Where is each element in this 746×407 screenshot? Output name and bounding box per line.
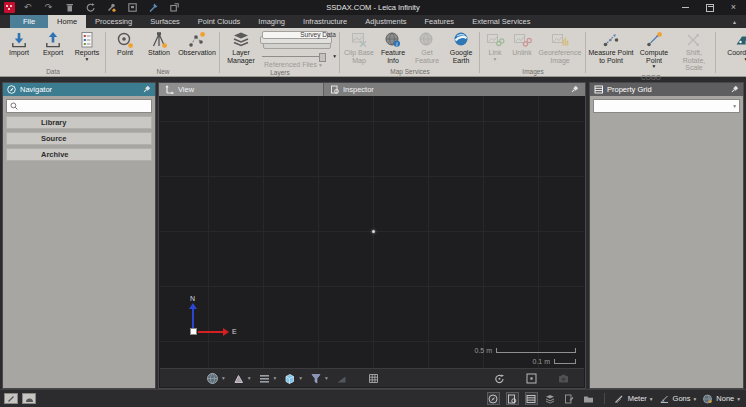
- leica-app-icon[interactable]: [4, 2, 15, 13]
- reports-button[interactable]: Reports: [70, 29, 104, 62]
- minimize-icon[interactable]: [682, 7, 689, 8]
- navigator-search-input[interactable]: [6, 99, 152, 113]
- unlink-image-button[interactable]: Unlink: [508, 29, 536, 58]
- tab-point-clouds[interactable]: Point Clouds: [189, 15, 250, 28]
- navigator-section-source[interactable]: Source: [6, 132, 152, 145]
- reset-orbit-button[interactable]: [493, 372, 506, 385]
- grid-toggle-button[interactable]: [367, 372, 380, 385]
- filter-button[interactable]: [309, 372, 328, 385]
- project-folder-icon[interactable]: [582, 392, 595, 405]
- dropdown-caret-icon[interactable]: [299, 376, 302, 380]
- ribbon-group-coordinates: Coordinates: [716, 28, 746, 76]
- station-icon: [149, 30, 169, 49]
- clip-base-map-button[interactable]: Clip Base Map: [342, 29, 376, 65]
- edit-toggle-button[interactable]: [4, 393, 18, 404]
- slider-handle[interactable]: [319, 53, 326, 62]
- feature-info-button[interactable]: i Feature Info: [376, 29, 410, 65]
- sync-icon[interactable]: [85, 2, 96, 13]
- group-label-images: Images: [482, 67, 584, 76]
- tab-features[interactable]: Features: [416, 15, 464, 28]
- home-toggle-button[interactable]: [22, 393, 36, 404]
- layer-preview-slider[interactable]: [260, 53, 338, 60]
- new-station-button[interactable]: Station: [142, 29, 176, 58]
- dropdown-caret-icon[interactable]: [325, 376, 328, 380]
- tab-surfaces[interactable]: Surfaces: [141, 15, 189, 28]
- survey-point-marker[interactable]: [372, 230, 375, 233]
- dropdown-caret-icon[interactable]: [274, 376, 277, 380]
- import-button[interactable]: Import: [2, 29, 36, 58]
- dropdown-caret-icon[interactable]: [248, 376, 251, 380]
- reset-orbit-icon: [493, 372, 506, 385]
- collapse-ribbon-icon[interactable]: [733, 15, 746, 28]
- layer-preview-widget[interactable]: Survey Data Referenced Files: [260, 29, 338, 68]
- layer-manager-button[interactable]: Layer Manager: [222, 29, 260, 65]
- compute-point-button[interactable]: Compute Point: [634, 29, 674, 69]
- delete-icon[interactable]: [64, 2, 75, 13]
- snap-mode-button[interactable]: [232, 372, 251, 385]
- export-button[interactable]: Export: [36, 29, 70, 58]
- dropdown-caret-icon[interactable]: [333, 54, 336, 58]
- tab-infrastructure[interactable]: Infrastructure: [294, 15, 356, 28]
- snapshot-button[interactable]: [557, 372, 570, 385]
- solid-view-button[interactable]: [283, 372, 302, 385]
- ribbon: Import Export Reports Data Point Station: [0, 28, 746, 77]
- send-to-window-icon[interactable]: [169, 2, 180, 13]
- compute-point-icon: [644, 30, 664, 49]
- pin-panel-icon[interactable]: [730, 85, 739, 94]
- tab-inspector[interactable]: Inspector: [324, 83, 585, 96]
- redo-icon[interactable]: ↷: [43, 2, 54, 13]
- tools-icon[interactable]: [106, 2, 117, 13]
- dropdown-caret-icon[interactable]: [222, 376, 225, 380]
- mound-icon: [25, 395, 34, 403]
- tab-home[interactable]: Home: [48, 15, 86, 28]
- layer-preview-cards: Survey Data: [260, 30, 338, 52]
- tab-view[interactable]: View: [159, 83, 324, 96]
- link-image-button[interactable]: Link: [482, 29, 508, 62]
- get-feature-button[interactable]: Get Feature: [410, 29, 444, 65]
- get-feature-icon: [417, 30, 437, 49]
- globe-mode-button[interactable]: [206, 372, 225, 385]
- pin-panel-icon[interactable]: [570, 85, 579, 94]
- layers-toggle-icon[interactable]: [544, 392, 557, 405]
- navigator-section-library[interactable]: Library: [6, 116, 152, 129]
- coordinate-system-icon: [702, 394, 713, 404]
- new-point-button[interactable]: Point: [108, 29, 142, 58]
- navigator-section-archive[interactable]: Archive: [6, 148, 152, 161]
- dropdown-caret-icon: [694, 397, 697, 401]
- measure-point-to-point-button[interactable]: Measure Point to Point: [588, 29, 634, 65]
- angle-unit-selector[interactable]: Gons: [659, 394, 697, 404]
- tab-external-services[interactable]: External Services: [463, 15, 539, 28]
- group-label-layers: Layers: [222, 68, 338, 77]
- tab-adjustments[interactable]: Adjustments: [356, 15, 415, 28]
- graphical-view-canvas[interactable]: N E 0.5 m 0.1 m: [160, 96, 584, 368]
- pin-panel-icon[interactable]: [142, 85, 151, 94]
- coordinate-system-selector[interactable]: None: [702, 394, 740, 404]
- scale-major-bar: [496, 348, 576, 353]
- google-earth-button[interactable]: Google Earth: [444, 29, 478, 65]
- display-layers-button[interactable]: [258, 372, 277, 385]
- referenced-files-button[interactable]: Referenced Files: [260, 61, 338, 68]
- archive-box-icon[interactable]: [127, 2, 138, 13]
- navigator-toggle-icon[interactable]: [487, 392, 500, 405]
- length-unit-selector[interactable]: Meter: [614, 394, 653, 404]
- tab-file[interactable]: File: [10, 15, 48, 28]
- georeference-image-button[interactable]: Georeference Image: [536, 29, 584, 65]
- property-selector-dropdown[interactable]: [593, 99, 740, 113]
- restore-icon[interactable]: [706, 4, 714, 12]
- google-earth-icon: [451, 30, 471, 49]
- new-observation-button[interactable]: Observation: [176, 29, 218, 58]
- zoom-extents-button[interactable]: [525, 372, 538, 385]
- close-icon[interactable]: ×: [731, 3, 736, 12]
- ribbon-group-new: Point Station Observation New: [106, 28, 220, 76]
- pin-icon[interactable]: [148, 2, 159, 13]
- shift-rotate-scale-button[interactable]: Shift, Rotate, Scale: [674, 29, 714, 73]
- report-toggle-icon[interactable]: [563, 392, 576, 405]
- inspector-toggle-icon[interactable]: [506, 392, 519, 405]
- coordinates-button[interactable]: Coordinates: [718, 29, 746, 62]
- tab-processing[interactable]: Processing: [86, 15, 141, 28]
- measure-tool-button[interactable]: [335, 372, 348, 385]
- undo-icon[interactable]: ↶: [22, 2, 33, 13]
- property-grid-toggle-icon[interactable]: [525, 392, 538, 405]
- navigator-header: Navigator: [3, 83, 155, 96]
- tab-imaging[interactable]: Imaging: [249, 15, 294, 28]
